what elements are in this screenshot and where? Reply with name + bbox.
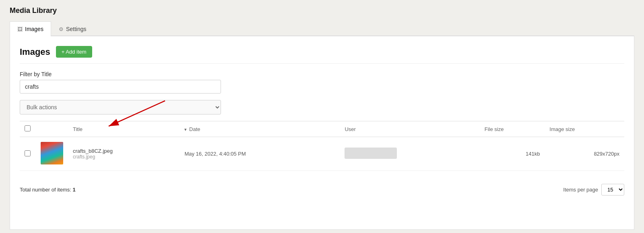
page-title: Media Library bbox=[10, 6, 634, 15]
row-checkbox-cell bbox=[20, 137, 36, 171]
filter-label: Filter by Title bbox=[20, 71, 624, 77]
th-date[interactable]: ▾ Date bbox=[180, 121, 340, 137]
th-filesize: File size bbox=[480, 121, 545, 137]
table-header-row: Title ▾ Date User File size Image size bbox=[20, 121, 624, 137]
th-title[interactable]: Title bbox=[68, 121, 180, 137]
row-filesize-cell: 141kb bbox=[480, 137, 545, 171]
page-wrapper: Media Library 🖼 Images ⚙ Settings Images… bbox=[0, 0, 644, 233]
select-all-checkbox[interactable] bbox=[25, 125, 31, 131]
total-items: Total number of items: 1 bbox=[20, 187, 76, 193]
tab-images-label: Images bbox=[25, 26, 43, 32]
th-thumb bbox=[36, 121, 68, 137]
row-imagesize-cell: 829x720px bbox=[545, 137, 624, 171]
section-header: Images + Add item bbox=[20, 46, 624, 64]
per-page-label: Items per page bbox=[563, 187, 598, 193]
table-row: crafts_b8CZ.jpeg crafts.jpeg May 16, 202… bbox=[20, 137, 624, 171]
row-checkbox[interactable] bbox=[25, 150, 31, 156]
settings-icon: ⚙ bbox=[59, 26, 64, 32]
row-title-cell: crafts_b8CZ.jpeg crafts.jpeg bbox=[68, 137, 180, 171]
images-icon: 🖼 bbox=[17, 26, 23, 32]
th-checkbox bbox=[20, 121, 36, 137]
tab-settings-label: Settings bbox=[66, 26, 87, 32]
image-thumbnail bbox=[41, 142, 63, 164]
tab-images[interactable]: 🖼 Images bbox=[10, 21, 51, 36]
sort-icon: ▾ bbox=[184, 127, 187, 132]
tabs-bar: 🖼 Images ⚙ Settings bbox=[10, 21, 634, 36]
filter-section: Filter by Title bbox=[20, 71, 624, 94]
row-date-cell: May 16, 2022, 4:40:05 PM bbox=[180, 137, 340, 171]
th-user: User bbox=[340, 121, 479, 137]
row-thumb-cell bbox=[36, 137, 68, 171]
filter-input[interactable] bbox=[20, 80, 221, 94]
row-user-cell bbox=[340, 137, 479, 171]
file-name-main: crafts_b8CZ.jpeg bbox=[73, 148, 175, 154]
add-item-button[interactable]: + Add item bbox=[56, 46, 92, 58]
user-placeholder bbox=[345, 148, 397, 159]
footer-bar: Total number of items: 1 Items per page … bbox=[20, 179, 624, 196]
section-title: Images bbox=[20, 47, 50, 57]
th-imagesize: Image size bbox=[545, 121, 624, 137]
bulk-actions-select[interactable]: Bulk actions Delete bbox=[20, 100, 221, 114]
file-name-sub: crafts.jpeg bbox=[73, 154, 175, 160]
per-page-row: Items per page 5 10 15 25 50 bbox=[563, 184, 624, 196]
tab-settings[interactable]: ⚙ Settings bbox=[51, 21, 94, 36]
media-table: Title ▾ Date User File size Image size bbox=[20, 121, 624, 171]
bulk-actions-row: Bulk actions Delete bbox=[20, 100, 624, 114]
main-content: Images + Add item Filter by Title Bulk a… bbox=[10, 36, 634, 230]
per-page-select[interactable]: 5 10 15 25 50 bbox=[601, 184, 624, 196]
